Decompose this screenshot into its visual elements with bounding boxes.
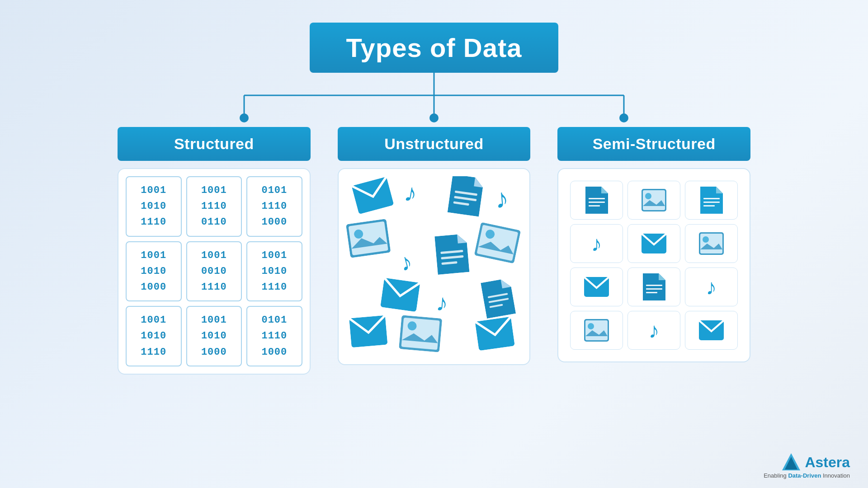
svg-point-52 [703,236,709,243]
email-icon-3 [349,315,388,350]
semi-cell-music: ♪ [570,224,623,263]
binary-cell: 100110101000 [126,241,182,302]
page-title: Types of Data [346,33,522,62]
svg-point-7 [619,113,628,122]
binary-cell: 010111101000 [246,176,302,237]
svg-rect-58 [646,292,657,293]
svg-point-5 [240,113,249,122]
svg-point-6 [429,113,439,122]
binary-cell: 100111100110 [186,176,242,237]
document-icon-3 [481,278,517,320]
structured-body: 100110101110 100111100110 010111101000 1… [118,168,311,375]
image-icon-2 [474,222,521,266]
svg-marker-27 [501,278,511,288]
svg-rect-48 [703,205,715,206]
semi-cell-img [627,181,680,220]
binary-cell: 100110101110 [126,176,182,237]
unstructured-header: Unstructured [338,127,531,161]
logo-name: Astera [805,454,850,471]
image-icon [346,219,391,260]
svg-marker-17 [434,234,469,275]
binary-cell: 100110101110 [126,306,182,366]
semi-structured-body: ♪ [557,168,750,362]
svg-rect-57 [646,288,662,290]
semi-cell-img3 [570,311,623,350]
svg-rect-42 [643,190,665,210]
document-icon [447,176,484,218]
binary-cell: 010111101000 [246,306,302,366]
svg-rect-46 [703,198,720,199]
semi-cell-music3: ♪ [627,311,680,350]
email-icon-2 [380,278,420,314]
semi-cell-music2: ♪ [685,267,738,306]
svg-rect-60 [585,320,608,340]
structured-header: Structured [118,127,311,161]
semi-cell-doc3 [627,267,680,306]
music-icon: ♪ [402,178,419,208]
binary-cell: 100110101000 [186,306,242,366]
binary-cell: 100110101110 [246,241,302,302]
semi-cell-email [627,224,680,263]
semi-cell-img2 [685,224,738,263]
image-icon-3 [398,315,442,354]
svg-rect-39 [589,202,605,203]
unstructured-column: Unstructured ♪ [338,127,531,365]
svg-marker-10 [474,178,484,188]
svg-marker-26 [481,278,516,319]
music-icon-2: ♪ [494,183,510,215]
unstructured-body: ♪ ♪ [338,168,531,365]
svg-point-61 [588,323,594,329]
music-icon-4: ♪ [435,289,449,317]
structured-grid: 100110101110 100111100110 010111101000 1… [126,176,302,366]
music-icon-3: ♪ [396,248,415,277]
title-box: Types of Data [310,23,558,73]
semi-structured-column: Semi-Structured [557,127,750,362]
svg-rect-40 [589,205,600,206]
binary-cell: 100100101110 [186,241,242,302]
columns-area: Structured 100110101110 100111100110 010… [118,127,750,375]
svg-marker-55 [659,273,665,280]
structured-column: Structured 100110101110 100111100110 010… [118,127,311,375]
svg-rect-15 [348,221,388,256]
logo-area: Astera Enabling Data-Driven Innovation [764,452,850,479]
svg-marker-37 [601,187,608,193]
svg-rect-33 [401,318,439,350]
svg-rect-56 [646,285,662,286]
unstructured-icons-area: ♪ ♪ [346,176,523,357]
email-icon [351,177,394,216]
semi-cell-email2 [570,267,623,306]
semi-cell-doc2 [685,181,738,220]
svg-marker-45 [716,187,723,193]
svg-marker-18 [457,234,467,244]
semi-grid: ♪ [566,176,742,354]
semi-cell-doc [570,181,623,220]
email-icon-4 [475,317,515,352]
svg-rect-38 [589,198,605,199]
svg-rect-51 [700,234,722,253]
svg-rect-47 [703,202,720,203]
logo-tagline: Enabling Data-Driven Innovation [764,472,850,479]
svg-point-43 [645,193,651,199]
tree-connectors [163,73,705,127]
astera-logo-icon [781,452,801,472]
semi-cell-email3 [685,311,738,350]
document-icon-2 [434,234,469,277]
semi-structured-header: Semi-Structured [557,127,750,161]
